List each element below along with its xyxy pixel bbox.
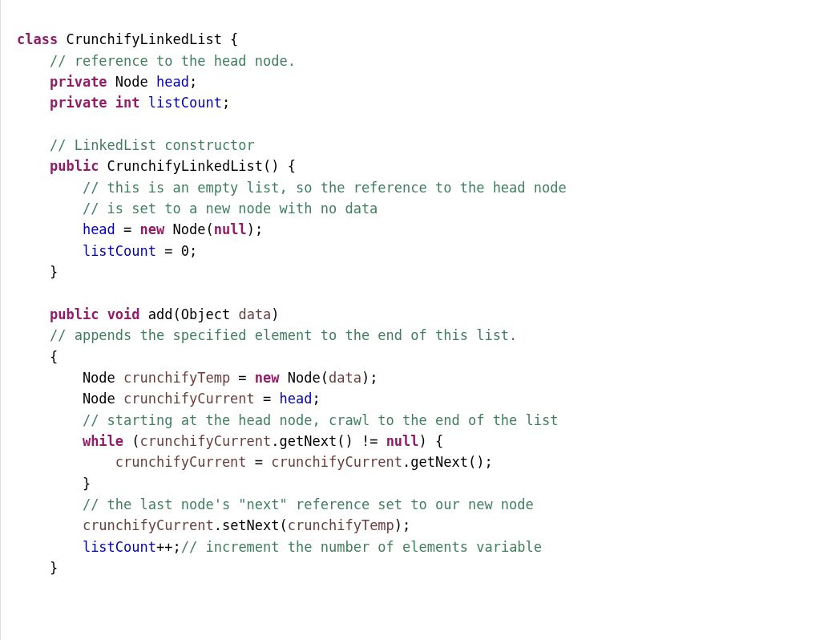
code-line: head = new Node(null); — [17, 219, 824, 240]
code-line — [17, 282, 824, 303]
code-line: // is set to a new node with no data — [17, 198, 824, 219]
code-line: } — [17, 473, 824, 494]
code-line: public void add(Object data) — [17, 304, 824, 325]
code-line: class CrunchifyLinkedList { — [17, 29, 824, 50]
code-line: { — [17, 346, 824, 367]
code-line: // the last node's "next" reference set … — [17, 494, 824, 515]
code-line: // starting at the head node, crawl to t… — [17, 410, 824, 431]
code-line: // LinkedList constructor — [17, 135, 824, 156]
code-line: private Node head; — [17, 71, 824, 92]
code-line: // reference to the head node. — [17, 51, 824, 71]
code-line: } — [17, 557, 824, 578]
code-line: // this is an empty list, so the referen… — [17, 177, 824, 198]
code-line: private int listCount; — [17, 92, 824, 113]
code-line: crunchifyCurrent = crunchifyCurrent.getN… — [17, 452, 824, 472]
code-line — [17, 114, 824, 135]
code-line: } — [17, 261, 824, 282]
code-line: crunchifyCurrent.setNext(crunchifyTemp); — [17, 515, 824, 536]
code-line: // appends the specified element to the … — [17, 325, 824, 346]
code-line: Node crunchifyCurrent = head; — [17, 388, 824, 409]
code-block: class CrunchifyLinkedList { // reference… — [17, 29, 824, 578]
code-line: while (crunchifyCurrent.getNext() != nul… — [17, 431, 824, 452]
code-line: listCount++;// increment the number of e… — [17, 537, 824, 557]
code-line: listCount = 0; — [17, 241, 824, 261]
code-line: public CrunchifyLinkedList() { — [17, 156, 824, 176]
code-line: Node crunchifyTemp = new Node(data); — [17, 367, 824, 388]
